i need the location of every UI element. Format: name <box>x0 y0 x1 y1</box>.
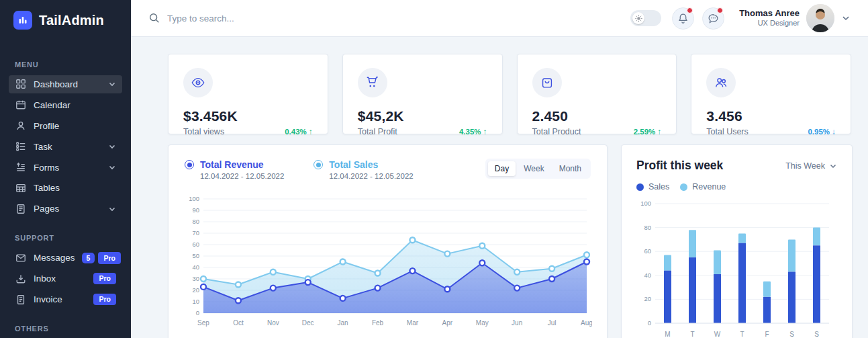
svg-text:Jan: Jan <box>338 319 348 327</box>
pro-badge: Pro <box>93 294 116 306</box>
dark-mode-toggle[interactable] <box>630 10 661 26</box>
legend-sales: Sales <box>636 182 669 192</box>
stat-label: Total Users <box>706 127 749 136</box>
logo-chart-icon <box>13 11 32 30</box>
stat-label: Total Product <box>532 127 581 136</box>
radio-icon <box>314 160 323 169</box>
revenue-sales-area-chart: 0102030405060708090100SepOctNovDecJanFeb… <box>185 195 591 332</box>
legend-total-sales[interactable]: Total Sales 12.04.2022 - 12.05.2022 <box>314 159 413 180</box>
chat-button[interactable] <box>702 7 724 30</box>
svg-text:Apr: Apr <box>442 319 453 327</box>
svg-text:Nov: Nov <box>267 319 279 327</box>
notifications-button[interactable] <box>672 7 694 30</box>
stat-card-total-users: 3.456 Total Users 0.95% ↓ <box>691 54 851 134</box>
header-actions: Thomas Anree UX Designer <box>630 4 851 32</box>
stat-delta: 2.59% ↑ <box>634 128 662 136</box>
week-button[interactable]: Week <box>517 161 550 176</box>
svg-text:W: W <box>714 331 721 338</box>
sidebar-item-messages[interactable]: Messages 5 Pro <box>9 249 122 267</box>
sidebar-item-profile[interactable]: Profile <box>9 116 122 135</box>
app-logo[interactable]: TailAdmin <box>0 0 131 39</box>
legend-title: Total Sales <box>329 159 413 171</box>
svg-text:Oct: Oct <box>233 319 244 327</box>
period-selector[interactable]: This Week <box>785 161 837 171</box>
chevron-down-icon <box>108 163 116 171</box>
radio-icon <box>185 160 194 169</box>
arrow-up-icon: ↑ <box>658 128 662 136</box>
arrow-up-icon: ↑ <box>309 128 313 136</box>
sidebar-item-tables[interactable]: Tables <box>9 179 122 198</box>
stat-value: 3.456 <box>706 108 836 124</box>
svg-text:Aug: Aug <box>581 319 592 327</box>
pro-badge: Pro <box>98 252 121 264</box>
chevron-down-icon <box>108 142 116 151</box>
users-icon <box>706 68 736 97</box>
stat-label: Total Profit <box>358 127 397 136</box>
sidebar-item-label: Profile <box>34 121 59 131</box>
search-bar <box>148 12 630 24</box>
stat-delta: 4.35% ↑ <box>459 128 487 136</box>
sidebar-item-invoice[interactable]: Invoice Pro <box>9 290 122 309</box>
svg-text:Mar: Mar <box>407 319 419 327</box>
bag-icon <box>532 68 562 97</box>
chevron-down-icon <box>108 205 116 213</box>
svg-text:60: 60 <box>644 247 651 255</box>
stat-card-total-profit: $45,2K Total Profit 4.35% ↑ <box>342 54 503 134</box>
period-selector-value: This Week <box>785 161 825 171</box>
app-title: TailAdmin <box>39 13 104 28</box>
search-input[interactable] <box>167 13 369 24</box>
stat-value: 2.450 <box>532 108 662 124</box>
profit-week-card: Profit this week This Week Sales Revenue… <box>621 144 853 338</box>
sidebar-item-forms[interactable]: Forms <box>9 158 122 177</box>
sidebar-item-label: Pages <box>34 204 59 214</box>
sidebar-item-dashboard[interactable]: Dashboard <box>9 75 122 94</box>
sidebar-item-label: Inbox <box>34 273 56 284</box>
legend-date-range: 12.04.2022 - 12.05.2022 <box>329 172 413 180</box>
invoice-icon <box>15 294 27 306</box>
main-content: $3.456K Total views 0.43% ↑ $45,2K Total… <box>131 38 868 338</box>
chevron-down-icon <box>829 162 837 170</box>
legend-total-revenue[interactable]: Total Revenue 12.04.2022 - 12.05.2022 <box>185 159 284 180</box>
bar-chart-legend: Sales Revenue <box>636 182 837 192</box>
legend-date-range: 12.04.2022 - 12.05.2022 <box>200 172 284 180</box>
svg-text:Dec: Dec <box>302 319 314 327</box>
stat-card-total-views: $3.456K Total views 0.43% ↑ <box>168 54 328 134</box>
svg-text:100: 100 <box>189 195 199 202</box>
svg-text:60: 60 <box>192 241 199 248</box>
legend-title: Total Revenue <box>200 159 284 171</box>
svg-text:S: S <box>789 331 794 338</box>
month-button[interactable]: Month <box>552 161 588 176</box>
charts-row: Total Revenue 12.04.2022 - 12.05.2022 To… <box>168 144 851 338</box>
stat-card-total-product: 2.450 Total Product 2.59% ↑ <box>517 54 677 134</box>
envelope-icon <box>15 252 27 264</box>
stats-row: $3.456K Total views 0.43% ↑ $45,2K Total… <box>168 54 851 134</box>
sidebar-item-inbox[interactable]: Inbox Pro <box>9 269 122 288</box>
eye-icon <box>183 68 213 97</box>
chevron-down-icon <box>841 13 851 23</box>
messages-count-badge: 5 <box>82 253 95 264</box>
sidebar-item-calendar[interactable]: Calendar <box>9 95 122 114</box>
sidebar-item-label: Tables <box>34 183 60 193</box>
sidebar-item-task[interactable]: Task <box>9 137 122 156</box>
sidebar-item-label: Invoice <box>34 294 62 304</box>
revenue-sales-card: Total Revenue 12.04.2022 - 12.05.2022 To… <box>168 144 608 338</box>
day-button[interactable]: Day <box>488 161 516 176</box>
notification-alert-dot <box>687 7 693 13</box>
svg-text:70: 70 <box>192 229 199 237</box>
support-section-label: SUPPORT <box>15 234 116 242</box>
svg-text:20: 20 <box>192 286 199 294</box>
forms-icon <box>15 161 27 173</box>
sidebar: TailAdmin MENU Dashboard Calendar Profil… <box>0 0 131 338</box>
sun-icon <box>632 12 644 24</box>
stat-delta: 0.43% ↑ <box>285 128 313 136</box>
inbox-icon <box>15 273 27 285</box>
user-menu[interactable]: Thomas Anree UX Designer <box>739 4 851 32</box>
avatar <box>806 4 834 32</box>
arrow-up-icon: ↑ <box>483 128 487 136</box>
svg-text:T: T <box>740 331 744 338</box>
svg-text:50: 50 <box>192 252 199 259</box>
sidebar-item-pages[interactable]: Pages <box>9 200 122 218</box>
chevron-down-icon <box>108 80 116 88</box>
svg-text:80: 80 <box>644 224 651 231</box>
pro-badge: Pro <box>93 273 116 285</box>
